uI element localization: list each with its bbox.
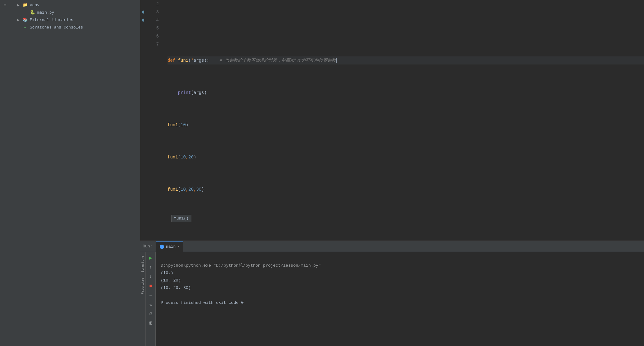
vtab-favorites[interactable]: Favorites bbox=[141, 275, 145, 297]
code-line-2 bbox=[168, 24, 644, 32]
line-num-4: 4 bbox=[145, 16, 159, 24]
run-print-button[interactable]: ⎙ bbox=[147, 310, 154, 317]
venv-label: venv bbox=[30, 3, 39, 7]
output-line-cmd: D:\python\python.exe "D:/python总/python … bbox=[161, 263, 321, 268]
run-down-button[interactable]: ↓ bbox=[147, 273, 154, 280]
vertical-tabs: Structure Favorites bbox=[140, 252, 146, 346]
code-line-7: fun1(10,20,30) bbox=[168, 185, 644, 193]
activity-bar: ≡ bbox=[0, 0, 10, 346]
run-tab-main[interactable]: main × bbox=[156, 241, 183, 252]
venv-folder-icon: 📁 bbox=[22, 2, 28, 8]
tree-item-main-py[interactable]: ▶ 🐍 main.py bbox=[10, 9, 140, 16]
tree-item-ext-libs[interactable]: ▶ 📚 External Libraries bbox=[10, 16, 140, 24]
output-blank bbox=[161, 293, 163, 298]
breakpoint-line3 bbox=[142, 11, 144, 14]
activity-bar-structure[interactable]: ≡ bbox=[1, 1, 9, 10]
right-panel: 2 3 4 5 6 7 def fun1(*args): # 当参数的个数不知道… bbox=[140, 0, 644, 346]
line-num-3: 3 bbox=[145, 8, 159, 16]
run-content-row: Structure Favorites ▶ ↑ ↓ ■ ⇌ ⇅ ⎙ 🗑 D:\p… bbox=[140, 252, 644, 346]
code-line-5: fun1(10) bbox=[168, 121, 644, 129]
run-output: D:\python\python.exe "D:/python总/python … bbox=[156, 252, 644, 346]
run-label: Run: bbox=[143, 244, 152, 249]
main-py-label: main.py bbox=[37, 10, 54, 15]
tree-item-scratches[interactable]: ▶ ✏ Scratches and Consoles bbox=[10, 24, 140, 31]
scratches-label: Scratches and Consoles bbox=[30, 25, 83, 30]
code-editor[interactable]: def fun1(*args): # 当参数的个数不知道的时候，前面加*作为可变… bbox=[163, 0, 644, 241]
line-numbers: 2 3 4 5 6 7 bbox=[145, 0, 163, 241]
code-line-6: fun1(10,20) bbox=[168, 153, 644, 161]
code-viewport: 2 3 4 5 6 7 def fun1(*args): # 当参数的个数不知道… bbox=[140, 0, 644, 241]
run-play-button[interactable]: ▶ bbox=[147, 255, 154, 261]
run-toolbar: ▶ ↑ ↓ ■ ⇌ ⇅ ⎙ 🗑 bbox=[146, 252, 156, 346]
scratches-icon: ✏ bbox=[22, 24, 28, 30]
run-stop-button[interactable]: ■ bbox=[147, 282, 154, 289]
run-wrap-button[interactable]: ⇌ bbox=[147, 292, 154, 299]
run-sort-button[interactable]: ⇅ bbox=[147, 301, 154, 308]
run-tab-name: main bbox=[166, 244, 176, 249]
line-num-6: 6 bbox=[145, 32, 159, 40]
line-num-7: 7 bbox=[145, 40, 159, 48]
vtab-structure[interactable]: Structure bbox=[141, 253, 145, 275]
breakpoint-area bbox=[140, 0, 145, 241]
file-tree: ▶ 📁 venv ▶ 🐍 main.py ▶ 📚 External Librar… bbox=[10, 0, 140, 346]
line-num-2: 2 bbox=[145, 0, 159, 8]
hint-text: fun1() bbox=[174, 216, 189, 221]
main-container: ▶ 📁 venv ▶ 🐍 main.py ▶ 📚 External Librar… bbox=[10, 0, 644, 346]
run-panel: Run: main × Structure Favorites bbox=[140, 241, 644, 346]
output-line-3: (10, 20, 30) bbox=[161, 286, 191, 290]
code-line-4: print(args) bbox=[168, 89, 644, 97]
hint-popup: fun1() bbox=[171, 215, 191, 222]
breakpoint-line4 bbox=[142, 19, 144, 22]
output-line-2: (10, 20) bbox=[161, 278, 181, 283]
ext-libs-arrow: ▶ bbox=[17, 18, 22, 22]
run-trash-button[interactable]: 🗑 bbox=[147, 320, 154, 326]
main-py-icon: 🐍 bbox=[30, 10, 35, 15]
run-tabs: Run: main × bbox=[140, 241, 644, 252]
line-num-5: 5 bbox=[145, 24, 159, 32]
run-tab-close[interactable]: × bbox=[177, 245, 180, 249]
run-up-button[interactable]: ↑ bbox=[147, 264, 154, 271]
svg-point-0 bbox=[160, 245, 163, 248]
tree-item-venv[interactable]: ▶ 📁 venv bbox=[10, 1, 140, 9]
venv-arrow: ▶ bbox=[17, 3, 22, 7]
code-line-3: def fun1(*args): # 当参数的个数不知道的时候，前面加*作为可变… bbox=[168, 56, 644, 64]
editor-area[interactable]: 2 3 4 5 6 7 def fun1(*args): # 当参数的个数不知道… bbox=[140, 0, 644, 241]
ext-libs-icon: 📚 bbox=[22, 17, 28, 23]
output-line-1: (10,) bbox=[161, 271, 173, 275]
output-exit: Process finished with exit code 0 bbox=[161, 300, 244, 305]
ext-libs-label: External Libraries bbox=[30, 18, 73, 22]
run-tab-python-icon bbox=[160, 245, 164, 249]
